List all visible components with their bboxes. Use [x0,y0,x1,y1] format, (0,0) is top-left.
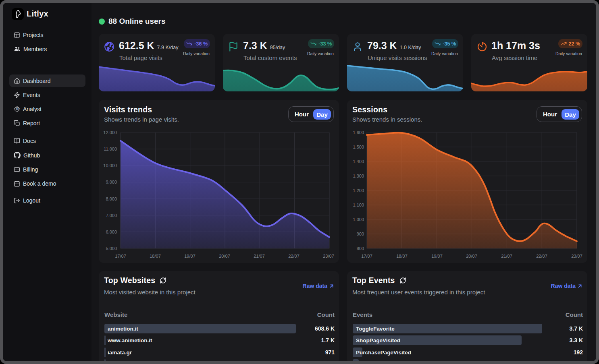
svg-text:AI: AI [16,108,18,110]
